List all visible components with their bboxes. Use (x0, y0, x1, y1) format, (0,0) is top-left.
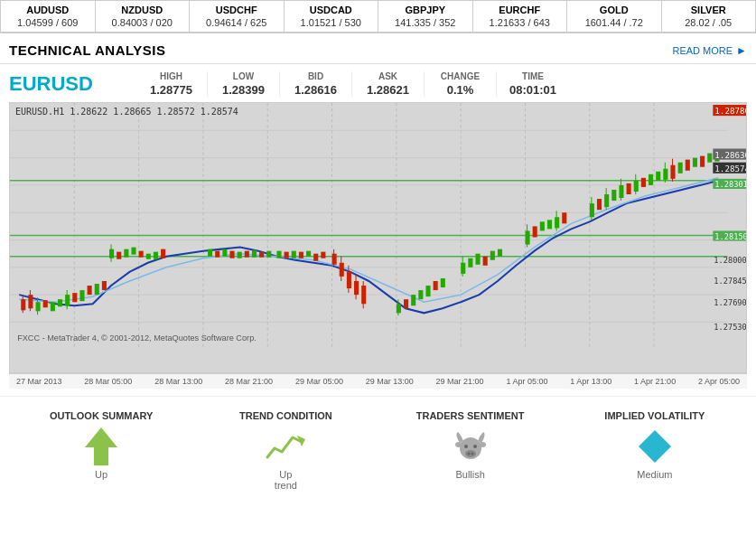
indicator-outlook-title: OUTLOOK SUMMARY (9, 410, 193, 421)
ticker-symbol: GBPJPY (380, 5, 471, 15)
svg-rect-76 (411, 295, 415, 305)
svg-rect-28 (43, 300, 48, 307)
svg-rect-77 (418, 290, 423, 299)
svg-rect-59 (299, 252, 303, 258)
ticker-value: 28.02 / .05 (664, 17, 754, 28)
svg-marker-137 (85, 427, 117, 465)
svg-rect-48 (215, 251, 219, 258)
time-label-5: 29 Mar 13:00 (366, 377, 414, 386)
svg-rect-62 (321, 252, 325, 258)
stat-change: CHANGE 0.1% (425, 71, 497, 97)
time-label-4: 29 Mar 05:00 (295, 377, 343, 386)
chart-container[interactable]: EURUSD.H1 1.28622 1.28665 1.28572 1.2857… (9, 102, 747, 373)
svg-rect-83 (468, 258, 472, 268)
svg-text:1.28301: 1.28301 (714, 180, 746, 189)
ticker-value: 1.21633 / 643 (475, 17, 565, 28)
chart-stats: HIGH 1.28775 LOW 1.28399 BID 1.28616 ASK… (135, 71, 747, 97)
svg-rect-85 (483, 257, 488, 266)
svg-rect-75 (404, 299, 408, 308)
time-label-2: 28 Mar 13:00 (154, 377, 202, 386)
svg-text:1.27530: 1.27530 (714, 323, 746, 332)
svg-rect-92 (547, 220, 552, 229)
svg-rect-107 (641, 178, 646, 187)
ticker-symbol: USDCAD (286, 5, 377, 15)
svg-rect-47 (208, 249, 212, 257)
ticker-bar: AUDUSD 1.04599 / 609 NZDUSD 0.84003 / 02… (0, 0, 756, 33)
svg-rect-87 (498, 249, 502, 257)
ticker-item-nzdusd[interactable]: NZDUSD 0.84003 / 020 (96, 1, 191, 32)
ticker-item-gold[interactable]: GOLD 1601.44 / .72 (567, 1, 662, 32)
bull-icon (378, 428, 563, 465)
chart-info: EURUSD.H1 1.28622 1.28665 1.28572 1.2857… (15, 107, 238, 117)
stat-time: TIME 08:01:01 (497, 71, 569, 97)
ticker-item-gbpjpy[interactable]: GBPJPY 141.335 / 352 (378, 1, 473, 32)
svg-rect-109 (656, 172, 660, 181)
ticker-item-silver[interactable]: SILVER 28.02 / .05 (662, 1, 756, 32)
stat-low-label: LOW (217, 71, 270, 81)
indicator-outlook-label: Up (9, 469, 193, 480)
svg-rect-54 (259, 252, 264, 258)
time-label-1: 28 Mar 05:00 (84, 377, 132, 386)
chart-top: EURUSD HIGH 1.28775 LOW 1.28399 BID 1.28… (9, 71, 747, 97)
stat-low: LOW 1.28399 (208, 71, 280, 97)
svg-rect-78 (425, 286, 430, 296)
stat-time-value: 08:01:01 (506, 83, 560, 97)
svg-rect-44 (146, 254, 151, 259)
svg-rect-60 (306, 251, 311, 257)
ticker-value: 141.335 / 352 (380, 17, 471, 28)
svg-text:1.28630: 1.28630 (714, 151, 746, 160)
svg-rect-118 (707, 154, 712, 163)
svg-rect-0 (10, 103, 746, 372)
ticker-item-usdcad[interactable]: USDCAD 1.01521 / 530 (285, 1, 379, 32)
ticker-value: 1.04599 / 609 (3, 17, 93, 28)
time-label-3: 28 Mar 21:00 (225, 377, 273, 386)
time-label-8: 1 Apr 13:00 (570, 377, 611, 386)
svg-text:1.28150: 1.28150 (714, 232, 746, 241)
indicator-volatility-label: Medium (563, 469, 747, 480)
ticker-item-audusd[interactable]: AUDUSD 1.04599 / 609 (1, 1, 96, 32)
ticker-value: 0.84003 / 020 (98, 17, 188, 28)
svg-rect-26 (36, 302, 41, 311)
svg-rect-55 (266, 251, 271, 258)
svg-rect-80 (441, 278, 445, 287)
time-label-7: 1 Apr 05:00 (506, 377, 547, 386)
stat-ask: ASK 1.28621 (352, 71, 425, 97)
svg-rect-45 (154, 252, 158, 259)
svg-rect-116 (693, 158, 697, 167)
indicator-volatility-title: IMPLIED VOLATILITY (563, 410, 747, 421)
svg-point-144 (471, 453, 473, 455)
svg-text:1.27845: 1.27845 (714, 277, 746, 286)
svg-point-143 (467, 453, 470, 455)
ticker-item-eurchf[interactable]: EURCHF 1.21633 / 643 (473, 1, 568, 32)
svg-rect-41 (124, 249, 128, 258)
svg-rect-98 (597, 199, 602, 210)
read-more-label: READ MORE (672, 45, 733, 56)
svg-rect-101 (611, 190, 616, 201)
svg-text:FXCC - MetaTrader 4, © 2001-20: FXCC - MetaTrader 4, © 2001-2012, MetaQu… (17, 333, 257, 343)
svg-rect-36 (95, 284, 99, 295)
stat-change-value: 0.1% (434, 83, 487, 97)
stat-low-value: 1.28399 (217, 83, 270, 97)
ta-title: TECHNICAL ANALYSIS (9, 42, 165, 58)
svg-rect-29 (51, 302, 55, 311)
ticker-item-usdchf[interactable]: USDCHF 0.94614 / 625 (190, 1, 285, 32)
svg-point-140 (455, 442, 462, 447)
stat-time-label: TIME (506, 71, 560, 81)
svg-rect-117 (700, 156, 705, 167)
diamond-icon (563, 428, 747, 465)
svg-rect-43 (139, 251, 144, 258)
svg-text:1.28000: 1.28000 (714, 256, 746, 265)
svg-point-142 (465, 450, 476, 457)
read-more-link[interactable]: READ MORE ► (672, 44, 747, 57)
ticker-value: 1.01521 / 530 (286, 17, 377, 28)
ticker-value: 1601.44 / .72 (569, 17, 659, 28)
svg-rect-37 (102, 281, 107, 290)
time-label-6: 29 Mar 21:00 (436, 377, 484, 386)
stat-change-label: CHANGE (434, 71, 487, 81)
chart-section: EURUSD HIGH 1.28775 LOW 1.28399 BID 1.28… (0, 64, 756, 396)
stat-bid-value: 1.28616 (289, 83, 342, 97)
indicator-sentiment-label: Bullish (378, 469, 563, 480)
ticker-symbol: NZDUSD (98, 5, 188, 15)
time-axis: 27 Mar 2013 28 Mar 05:00 28 Mar 13:00 28… (9, 373, 747, 389)
svg-rect-57 (285, 252, 289, 258)
